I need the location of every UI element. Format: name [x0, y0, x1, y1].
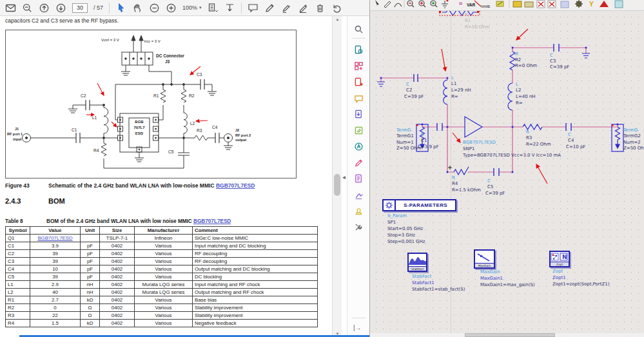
s-parameters-controller[interactable]: S-PARAMETERS: [382, 199, 456, 211]
table-caption-link[interactable]: BGB707L7ESD: [193, 218, 231, 224]
page-view-icon[interactable]: [208, 3, 219, 14]
c1-name-label[interactable]: C1: [421, 138, 427, 143]
stabfact-expression[interactable]: StabFact1=stab_fact(S): [412, 287, 465, 292]
wire-name-tool-label[interactable]: NAME: [481, 5, 490, 8]
zopt-expression[interactable]: Zopt1=zopt(Sopt,PortZ1): [552, 282, 609, 287]
undo-icon[interactable]: [331, 3, 342, 14]
r3-type-label[interactable]: R: [526, 130, 529, 135]
ads-hscroll-thumb[interactable]: [465, 333, 555, 337]
signature-pen-icon[interactable]: [281, 3, 292, 14]
maxgain-name-label[interactable]: MaxGain1: [480, 276, 503, 281]
email-icon[interactable]: [5, 3, 16, 14]
maxgain-type-label[interactable]: MaxGain: [480, 269, 500, 274]
r3-value-label[interactable]: R=22 Ohm: [526, 142, 551, 147]
fill-and-sign-icon[interactable]: [354, 190, 364, 200]
y-parameters-icon[interactable]: Y: [589, 1, 594, 8]
page-number-input[interactable]: 30: [72, 3, 88, 13]
ghost-type-label[interactable]: R: [465, 12, 468, 17]
c4-name-label[interactable]: C4: [568, 138, 574, 143]
next-page-icon[interactable]: [55, 3, 66, 14]
trash-icon[interactable]: [315, 3, 326, 14]
stabfact-type-label[interactable]: StabFact: [412, 274, 431, 279]
c4-value-label[interactable]: C=10 pF: [566, 144, 585, 149]
l2-type-label[interactable]: L: [516, 82, 518, 87]
scan-ocr-icon[interactable]: [354, 126, 364, 135]
term1-type-label[interactable]: TermG: [396, 128, 411, 133]
c2-value-label[interactable]: C=39 pF: [404, 94, 424, 99]
ghost-name-label[interactable]: R1: [465, 18, 471, 23]
previous-page-icon[interactable]: [39, 3, 50, 14]
l2-value-label[interactable]: L=40 nH: [516, 94, 536, 99]
sparam-type-label[interactable]: S_Param: [387, 213, 407, 218]
combine-files-icon[interactable]: [354, 110, 364, 119]
hand-tool-icon[interactable]: [132, 3, 143, 14]
stamp-icon[interactable]: [354, 206, 364, 216]
fill-sign-icon[interactable]: [298, 3, 309, 14]
scrollbar-thumb[interactable]: [334, 174, 340, 196]
export-pdf-icon[interactable]: [354, 45, 364, 55]
sparam-stop-label[interactable]: Stop=3 GHz: [387, 233, 415, 238]
ads-toolbar-icons[interactable]: [370, 0, 644, 11]
zoom-in-icon[interactable]: [166, 3, 177, 14]
expand-tools-pane-icon[interactable]: |→: [353, 324, 362, 331]
schematic-canvas[interactable]: R R1 R=50 Ohm R R2 R=0 Ohm C C3 C=39 pF …: [370, 11, 644, 337]
r4-value-label[interactable]: R=1.5 kOhm: [452, 188, 481, 193]
document-scrollbar[interactable]: ▲ ▼: [332, 16, 342, 337]
term2-z-label[interactable]: Z=50 Ohm: [623, 146, 644, 151]
sparam-name-label[interactable]: SP1: [387, 220, 396, 225]
c1-type-label[interactable]: C: [421, 132, 424, 137]
scroll-up-arrow[interactable]: ▲: [333, 17, 342, 21]
search-icon[interactable]: [354, 24, 364, 34]
l1-value-label[interactable]: L=29 nH: [451, 88, 471, 93]
c3-value-label[interactable]: C=39 pF: [550, 64, 569, 70]
comment-tool-icon[interactable]: [354, 94, 364, 104]
zoom-out-icon[interactable]: [149, 3, 160, 14]
sparam-start-label[interactable]: Start=0.05 GHz: [387, 226, 423, 231]
l1-r-label[interactable]: R=: [451, 94, 458, 99]
l2-r-label[interactable]: R=: [516, 101, 523, 106]
r4-type-label[interactable]: R: [452, 175, 455, 180]
r2-value-label[interactable]: R=0 Ohm: [515, 63, 537, 68]
organize-pages-icon[interactable]: [354, 61, 364, 71]
c4-type-label[interactable]: C: [568, 132, 571, 137]
panel-collapse-arrow[interactable]: ◄: [341, 171, 347, 184]
term2-type-label[interactable]: TermG: [623, 128, 638, 133]
components[interactable]: [377, 11, 623, 176]
snp1-value-label[interactable]: Type=BGB707L7ESD Vcc=3.0 V Icc=10 mA: [463, 153, 561, 158]
r3-name-label[interactable]: R3: [526, 135, 532, 140]
pencil-icon[interactable]: [264, 3, 275, 14]
r2-name-label[interactable]: R2: [515, 57, 521, 63]
snp1-type-label[interactable]: BGB707L7ESD: [463, 140, 496, 145]
l2-name-label[interactable]: L2: [516, 88, 521, 93]
zopt-name-label[interactable]: Zopt1: [552, 275, 566, 280]
ghost-value-label[interactable]: R=50 Ohm: [465, 24, 490, 30]
comment-icon[interactable]: [248, 3, 259, 14]
snp1-name-label[interactable]: SNP1: [463, 146, 474, 151]
c3-type-label[interactable]: C: [550, 53, 553, 58]
ads-horizontal-scrollbar[interactable]: [370, 333, 644, 337]
scroll-mode-icon[interactable]: [224, 3, 235, 14]
zoom-level-select[interactable]: 100%▾: [182, 5, 202, 11]
zoom-out-tool-icon[interactable]: [22, 3, 33, 14]
c3-name-label[interactable]: C3: [550, 59, 556, 64]
term2-name-label[interactable]: TermG2: [623, 133, 641, 139]
figure-caption-link[interactable]: BGB707L7ESD: [216, 182, 255, 189]
c5-name-label[interactable]: C5: [487, 184, 493, 189]
more-tools-icon[interactable]: [354, 222, 364, 232]
part-number-link[interactable]: BGB707L7ESD: [37, 235, 72, 241]
term1-name-label[interactable]: TermG1: [396, 133, 414, 139]
zopt-block[interactable]: N Zopt: [549, 251, 570, 267]
request-signature-icon[interactable]: [354, 174, 364, 184]
term1-num-label[interactable]: Num=1: [396, 140, 414, 145]
var-tool-label[interactable]: VAR: [467, 3, 475, 7]
zopt-type-label[interactable]: Zopt: [552, 269, 563, 274]
l1-name-label[interactable]: L1: [451, 81, 456, 86]
r4-name-label[interactable]: R4: [452, 181, 458, 186]
sparam-step-label[interactable]: Step=0.001 GHz: [387, 239, 425, 244]
edit-pdf-icon[interactable]: [354, 158, 364, 168]
create-pdf-icon[interactable]: [354, 77, 364, 87]
c2-name-label[interactable]: C2: [406, 88, 412, 93]
c1-value-label[interactable]: C=3.9 pF: [418, 144, 439, 149]
stabfact-name-label[interactable]: StabFact1: [412, 280, 434, 285]
pdf-services-icon[interactable]: [354, 142, 364, 151]
